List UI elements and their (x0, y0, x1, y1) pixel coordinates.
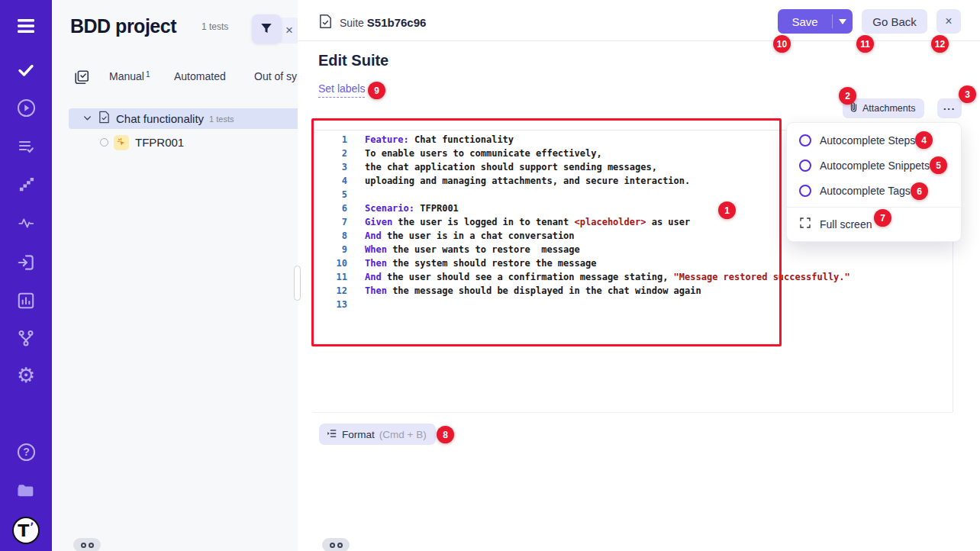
project-tests-count: 1 tests (201, 21, 228, 32)
close-editor-button[interactable]: × (936, 9, 961, 34)
line-number: 7 (315, 215, 347, 229)
analytics-pulse-icon[interactable] (0, 214, 52, 231)
help-icon[interactable]: ? (0, 442, 52, 462)
menu-item-full-screen[interactable]: Full screen (787, 211, 961, 237)
projects-folder-icon[interactable] (0, 480, 52, 500)
menu-item-autocomplete-snippets[interactable]: Autocomplete Snippets (787, 153, 961, 178)
fullscreen-icon (799, 217, 811, 231)
editor-options-menu: Autocomplete Steps Autocomplete Snippets… (786, 122, 962, 242)
settings-gear-icon[interactable]: ⚙ (0, 366, 52, 386)
suite-editor-area: Suite S51b76c96 Save Go Back × Edit Suit… (298, 0, 980, 551)
more-options-button[interactable]: ··· (937, 98, 962, 118)
code-line: 10Then the system should restore the mes… (315, 256, 960, 270)
tab-automated[interactable]: Automated (174, 70, 226, 82)
app-sidebar: ⚙ ? Tʼ (0, 0, 52, 551)
editor-footer-pill[interactable] (322, 538, 350, 551)
steps-icon[interactable] (0, 176, 52, 194)
line-number: 10 (315, 256, 347, 270)
panel-resize-handle[interactable] (294, 266, 301, 301)
filter-funnel-icon (260, 21, 273, 37)
format-label: Format (342, 429, 375, 440)
save-dropdown-caret[interactable] (833, 19, 853, 24)
attachments-label: Attachments (862, 103, 915, 114)
go-back-button[interactable]: Go Back (862, 9, 927, 34)
line-number: 6 (315, 201, 347, 215)
code-line: 13 (315, 298, 960, 311)
line-number: 1 (315, 133, 347, 147)
test-plans-icon[interactable] (0, 137, 52, 156)
copy-check-icon (73, 69, 90, 89)
click-cursor-icon (114, 135, 129, 150)
tests-icon[interactable] (0, 61, 52, 79)
chevron-down-icon[interactable] (82, 112, 92, 126)
line-number: 2 (315, 147, 347, 160)
test-type-tabs: Manual1 Automated Out of sy (52, 67, 298, 89)
save-button[interactable]: Save (778, 9, 853, 34)
page-title: Edit Suite (318, 52, 388, 69)
code-line: 12Then the message should be displayed i… (315, 284, 960, 298)
toggle-circle-icon[interactable] (799, 185, 811, 197)
toggle-circle-icon[interactable] (799, 160, 811, 172)
line-number: 13 (315, 298, 347, 311)
suite-type-label: Suite (340, 17, 364, 29)
code-line: 9When the user wants to restore message (315, 243, 960, 256)
line-number: 8 (315, 229, 347, 243)
suite-name: Chat functionality (116, 112, 204, 125)
code-line: 11And the user should see a confirmation… (315, 270, 960, 284)
attachments-button[interactable]: Attachments (843, 98, 924, 118)
suite-header: Suite S51b76c96 Save Go Back × (298, 0, 980, 41)
format-shortcut: (Cmd + B) (379, 429, 427, 440)
tab-manual-count: 1 (146, 70, 150, 79)
suite-doc-icon (98, 111, 110, 127)
suite-id: S51b76c96 (367, 16, 427, 29)
line-number: 11 (315, 270, 347, 284)
set-labels-link[interactable]: Set labels (318, 82, 365, 98)
import-icon[interactable] (0, 253, 52, 272)
panel-footer-pill[interactable] (73, 538, 101, 551)
tab-out-of-sync[interactable]: Out of sy (254, 70, 297, 82)
menu-divider (787, 207, 961, 208)
test-status-circle[interactable] (100, 138, 108, 147)
project-title: BDD project (70, 15, 176, 37)
filter-button[interactable] (252, 14, 281, 44)
tab-manual[interactable]: Manual1 (109, 70, 150, 82)
format-indent-icon (326, 428, 337, 441)
toggle-circle-icon[interactable] (799, 134, 811, 147)
menu-item-autocomplete-steps[interactable]: Autocomplete Steps (787, 127, 961, 153)
line-number: 9 (315, 243, 347, 256)
suite-tests-count: 1 tests (209, 114, 234, 124)
runs-icon[interactable] (0, 98, 52, 118)
tree-suite-row[interactable]: Chat functionality 1 tests (69, 108, 298, 129)
testomat-logo[interactable]: Tʼ (0, 517, 52, 544)
format-button[interactable]: Format (Cmd + B) (319, 424, 436, 445)
test-name: TFPR001 (135, 136, 184, 149)
save-label: Save (778, 15, 832, 28)
suite-file-icon (319, 14, 332, 31)
line-number: 12 (315, 284, 347, 298)
branches-icon[interactable] (0, 328, 52, 348)
menu-item-autocomplete-tags[interactable]: Autocomplete Tags (787, 178, 961, 203)
svg-text:?: ? (23, 446, 30, 458)
project-panel: BDD project 1 tests × Manual1 Automated … (52, 0, 298, 551)
tree-test-row[interactable]: TFPR001 (69, 132, 298, 153)
editor-bottom-border (313, 412, 953, 413)
paperclip-icon (849, 102, 859, 115)
menu-icon[interactable] (0, 17, 52, 35)
reports-chart-icon[interactable] (0, 291, 52, 311)
line-number: 3 (315, 160, 347, 174)
line-number: 5 (315, 188, 347, 201)
line-number: 4 (315, 174, 347, 188)
suite-breadcrumb: Suite S51b76c96 (319, 14, 426, 31)
